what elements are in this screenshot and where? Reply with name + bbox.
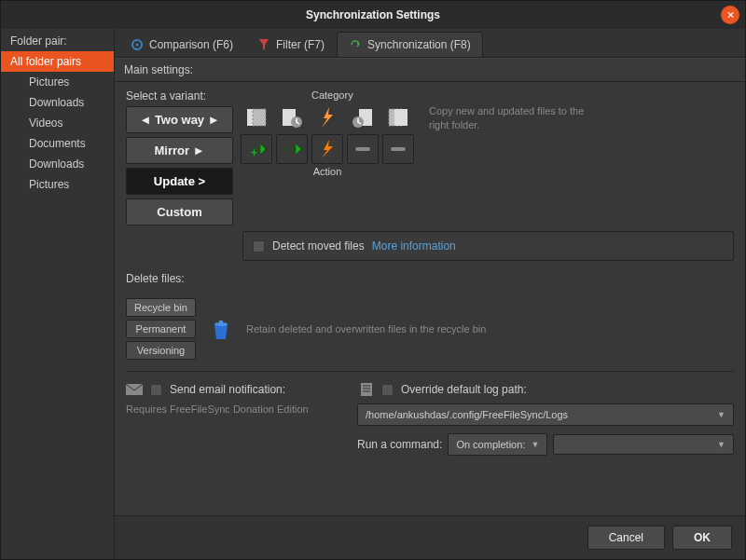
sidebar-item-videos[interactable]: Videos — [1, 113, 114, 133]
action-grid: Category + — [241, 89, 414, 177]
delete-versioning-button[interactable]: Versioning — [126, 341, 196, 360]
email-req: Requires FreeFileSync Donation Edition — [126, 403, 340, 415]
cat-left-new-icon — [241, 102, 272, 132]
sidebar-item-pictures[interactable]: Pictures — [1, 72, 114, 92]
act-create-right-button[interactable]: + — [241, 134, 272, 164]
select-variant-label: Select a variant: — [126, 89, 233, 102]
run-command-label: Run a command: — [357, 438, 442, 451]
run-command-combo[interactable]: ▼ — [553, 434, 734, 455]
cat-right-newer-icon — [347, 102, 379, 132]
sidebar-item-all[interactable]: All folder pairs — [1, 51, 114, 72]
action-label: Action — [241, 166, 414, 177]
funnel-icon — [257, 38, 270, 51]
tab-sync[interactable]: Synchronization (F8) — [337, 32, 483, 57]
variant-twoway-button[interactable]: ◄ Two way ► — [126, 106, 233, 133]
act-update-right-button[interactable] — [276, 134, 308, 164]
svg-rect-16 — [361, 383, 372, 396]
svg-rect-12 — [391, 147, 406, 151]
override-log-label: Override default log path: — [401, 383, 527, 396]
footer: Cancel OK — [115, 515, 745, 559]
delete-files-label: Delete files: — [126, 272, 734, 285]
variant-mirror-button[interactable]: Mirror ► — [126, 137, 233, 164]
act-conflict-button[interactable] — [311, 134, 343, 164]
cat-right-new-icon — [382, 102, 414, 132]
svg-rect-3 — [253, 109, 266, 126]
tab-comparison-label: Comparison (F6) — [149, 38, 233, 51]
cancel-button[interactable]: Cancel — [587, 526, 665, 550]
sidebar-item-downloads[interactable]: Downloads — [1, 92, 114, 113]
log-path-value: /home/ankushdas/.config/FreeFileSync/Log… — [366, 409, 568, 420]
svg-text:+: + — [251, 146, 257, 159]
cat-conflict-icon — [311, 102, 343, 132]
content: Select a variant: ◄ Two way ► Mirror ► U… — [115, 82, 745, 515]
tab-comparison[interactable]: Comparison (F6) — [118, 32, 245, 57]
body: Folder pair: All folder pairs Pictures D… — [1, 29, 745, 559]
delete-desc: Retain deleted and overwritten files in … — [246, 323, 486, 335]
run-when-combo[interactable]: On completion: ▼ — [448, 433, 547, 456]
variant-custom-button[interactable]: Custom — [126, 198, 233, 225]
envelope-icon — [126, 383, 143, 396]
run-when-value: On completion: — [456, 439, 525, 450]
variant-description: Copy new and updated files to the right … — [429, 89, 606, 133]
titlebar: Synchronization Settings ✕ — [1, 1, 745, 29]
log-icon — [357, 383, 374, 396]
chevron-down-icon: ▼ — [717, 410, 725, 419]
act-none-left-button[interactable] — [347, 134, 379, 164]
delete-recycle-button[interactable]: Recycle bin — [126, 298, 196, 317]
cat-left-newer-icon — [276, 102, 308, 132]
email-checkbox[interactable] — [150, 384, 162, 396]
more-info-link[interactable]: More information — [372, 239, 456, 253]
sidebar-item-documents[interactable]: Documents — [1, 133, 114, 154]
recycle-bin-icon — [209, 317, 233, 341]
svg-point-1 — [136, 44, 139, 47]
window-title: Synchronization Settings — [306, 8, 440, 21]
detect-row: Detect moved files More information — [242, 231, 734, 261]
sidebar-item-pictures2[interactable]: Pictures — [1, 174, 114, 195]
detect-moved-label: Detect moved files — [272, 239, 365, 253]
sync-settings-window: Synchronization Settings ✕ Folder pair: … — [0, 0, 746, 560]
chevron-down-icon: ▼ — [717, 440, 725, 449]
close-icon[interactable]: ✕ — [721, 6, 739, 24]
sidebar-item-downloads2[interactable]: Downloads — [1, 154, 114, 174]
sync-icon — [349, 38, 362, 51]
category-label: Category — [311, 89, 343, 101]
svg-rect-11 — [355, 147, 370, 151]
gear-icon — [131, 38, 144, 51]
main-settings-header: Main settings: — [115, 58, 745, 82]
delete-permanent-button[interactable]: Permanent — [126, 320, 196, 338]
log-path-combo[interactable]: /home/ankushdas/.config/FreeFileSync/Log… — [357, 403, 734, 426]
sidebar-header: Folder pair: — [1, 29, 114, 51]
sidebar: Folder pair: All folder pairs Pictures D… — [1, 29, 115, 559]
chevron-down-icon: ▼ — [531, 440, 539, 449]
divider — [126, 371, 734, 372]
tabs: Comparison (F6) Filter (F7) Synchronizat… — [115, 29, 745, 58]
variant-update-button[interactable]: Update > — [126, 168, 233, 195]
tab-filter[interactable]: Filter (F7) — [245, 32, 337, 57]
override-log-checkbox[interactable] — [381, 384, 394, 396]
main: Comparison (F6) Filter (F7) Synchronizat… — [115, 29, 745, 559]
ok-button[interactable]: OK — [672, 526, 732, 550]
email-label: Send email notification: — [170, 383, 285, 396]
svg-rect-14 — [219, 321, 223, 323]
svg-rect-9 — [394, 109, 408, 126]
tab-filter-label: Filter (F7) — [276, 38, 325, 51]
act-none-right-button[interactable] — [382, 134, 414, 164]
tab-sync-label: Synchronization (F8) — [367, 38, 471, 51]
detect-moved-checkbox[interactable] — [253, 240, 265, 253]
